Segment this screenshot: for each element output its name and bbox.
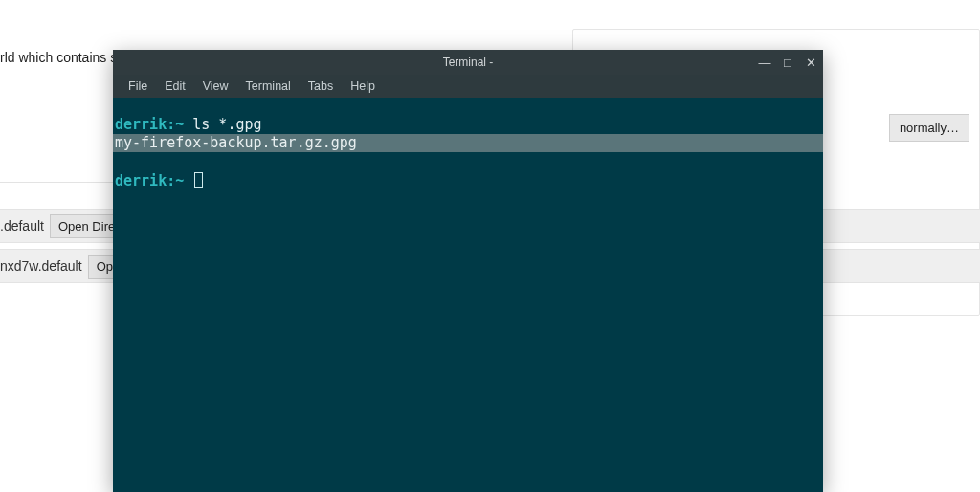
menu-file[interactable]: File	[121, 77, 155, 96]
terminal-body[interactable]: derrik:~ ls *.gpg my-firefox-backup.tar.…	[113, 98, 823, 492]
text-cursor	[194, 172, 203, 188]
terminal-line: derrik:~	[113, 172, 203, 190]
maximize-icon[interactable]: □	[779, 54, 796, 71]
shell-prompt: derrik:~	[115, 116, 184, 133]
menu-view[interactable]: View	[195, 77, 236, 96]
window-controls: — □ ✕	[756, 50, 819, 75]
terminal-output-selected: my-firefox-backup.tar.gz.gpg	[113, 134, 823, 152]
terminal-titlebar[interactable]: Terminal - — □ ✕	[113, 50, 823, 75]
terminal-title: Terminal -	[443, 56, 494, 69]
shell-command: ls *.gpg	[192, 116, 261, 133]
profile-label: .default	[0, 218, 44, 234]
menu-terminal[interactable]: Terminal	[238, 77, 299, 96]
menu-tabs[interactable]: Tabs	[301, 77, 341, 96]
shell-prompt: derrik:~	[115, 172, 184, 190]
terminal-line: derrik:~ ls *.gpg	[113, 116, 262, 133]
close-icon[interactable]: ✕	[802, 54, 819, 71]
minimize-icon[interactable]: —	[756, 54, 773, 71]
menu-edit[interactable]: Edit	[157, 77, 193, 96]
profile-label: nxd7w.default	[0, 258, 82, 274]
terminal-window[interactable]: Terminal - — □ ✕ File Edit View Terminal…	[113, 50, 823, 492]
terminal-menubar: File Edit View Terminal Tabs Help	[113, 75, 823, 98]
restart-normally-button[interactable]: normally…	[889, 114, 969, 142]
menu-help[interactable]: Help	[343, 77, 383, 96]
